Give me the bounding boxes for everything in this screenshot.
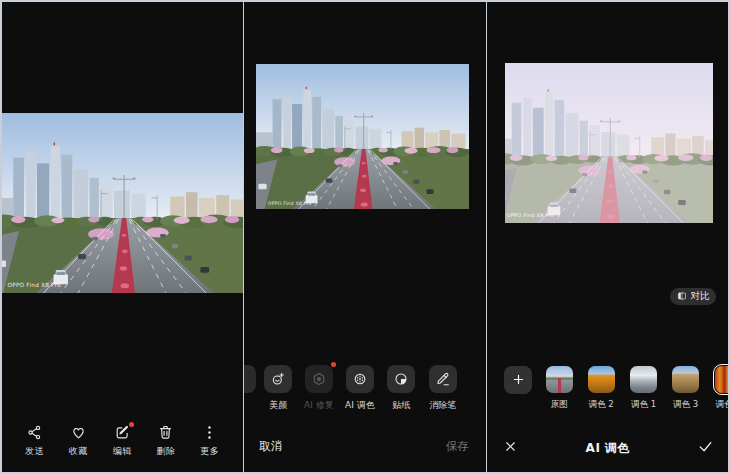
gallery-action-trash[interactable]: 删除	[146, 424, 186, 458]
gallery-action-more-vertical[interactable]: 更多	[190, 424, 230, 458]
preset-thumb-tone1: 调色 1	[630, 366, 657, 393]
preset-thumb-tone4: 调色 4	[715, 366, 729, 393]
ai-color-photo[interactable]: OPPO Find X8 Pro	[505, 63, 713, 223]
svg-text:OPPO Find X8 Pro: OPPO Find X8 Pro	[268, 201, 312, 206]
gallery-action-heart[interactable]: 收藏	[58, 424, 98, 458]
plus-icon	[511, 372, 526, 387]
editor-tools: 美颜AI 修复AI 调色贴纸消除笔	[244, 365, 485, 411]
gallery-action-label: 收藏	[69, 445, 88, 458]
editor-action-bar: 取消 保存	[244, 437, 485, 455]
preset-thumbnails: 原图调色 2调色 1调色 3调色 4	[487, 366, 728, 412]
gallery-action-label: 发送	[25, 445, 44, 458]
preset-thumbnail[interactable]	[630, 366, 657, 393]
preset-label: 原图	[551, 399, 568, 411]
gallery-toolbar: 发送收藏编辑删除更多	[2, 424, 243, 458]
tool-ai-repair: AI 修复	[305, 365, 333, 393]
preset-thumb-tone3: 调色 3	[672, 366, 699, 393]
svg-text:OPPO Find X8 Pro: OPPO Find X8 Pro	[7, 281, 61, 287]
gallery-action-edit[interactable]: 编辑	[102, 424, 142, 458]
tool-beauty: 美颜	[264, 365, 292, 393]
tool-label: AI 调色	[345, 399, 375, 412]
panel-ai-color: OPPO Find X8 Pro 对比 原图调色 2调色 1调色 3调色 4 A…	[487, 2, 728, 472]
tool-button[interactable]	[346, 365, 374, 393]
ai-color-icon	[352, 371, 368, 387]
gallery-photo[interactable]: OPPO Find X8 Pro	[2, 113, 243, 293]
triptych-screenshots: OPPO Find X8 Pro 发送收藏编辑删除更多 OPPO Find X8…	[0, 0, 730, 473]
tool-button[interactable]	[387, 365, 415, 393]
notification-dot	[129, 422, 134, 427]
panel-gallery: OPPO Find X8 Pro 发送收藏编辑删除更多	[2, 2, 243, 472]
heart-icon	[70, 424, 87, 441]
compare-icon	[677, 291, 687, 301]
compare-label: 对比	[690, 290, 709, 303]
trash-icon	[157, 424, 174, 441]
preset-label: 调色 2	[589, 399, 614, 411]
beauty-icon	[270, 371, 286, 387]
gallery-action-label: 删除	[156, 445, 175, 458]
tool-eraser-pen: 消除笔	[429, 365, 457, 393]
panel-title: AI 调色	[487, 440, 728, 457]
editor-photo[interactable]: OPPO Find X8 Pro	[256, 64, 469, 209]
preset-thumbnail[interactable]	[588, 366, 615, 393]
add-preset-button[interactable]	[504, 366, 532, 394]
tool-ai-color: AI 调色	[346, 365, 374, 393]
tool-label: 美颜	[269, 399, 287, 412]
save-button[interactable]: 保存	[446, 439, 469, 454]
preset-thumbnail[interactable]	[546, 366, 573, 393]
eraser-pen-icon	[435, 371, 451, 387]
ai-color-action-bar: AI 调色	[487, 436, 728, 458]
preset-thumbnail[interactable]	[672, 366, 699, 393]
tool-sticker: 贴纸	[387, 365, 415, 393]
preset-thumbnail[interactable]	[715, 366, 729, 393]
tool-label: 消除笔	[429, 399, 456, 412]
tool-label: AI 修复	[304, 399, 334, 412]
ai-repair-icon	[311, 371, 327, 387]
gallery-action-label: 编辑	[113, 445, 132, 458]
notification-dot	[331, 362, 336, 367]
cancel-button[interactable]: 取消	[259, 439, 282, 454]
preset-label: 调色 3	[673, 399, 698, 411]
tool-label: 贴纸	[392, 399, 410, 412]
preset-thumb-original: 原图	[546, 366, 573, 393]
compare-button[interactable]: 对比	[670, 288, 716, 305]
panel-editor: OPPO Find X8 Pro 美颜AI 修复AI 调色贴纸消除笔 取消 保存	[244, 2, 485, 472]
more-vertical-icon	[201, 424, 218, 441]
share-icon	[26, 424, 43, 441]
check-icon[interactable]	[697, 438, 714, 455]
tool-button[interactable]	[429, 365, 457, 393]
tool-button-partial[interactable]	[244, 365, 256, 393]
sticker-icon	[393, 371, 409, 387]
edit-icon	[114, 424, 131, 441]
gallery-action-label: 更多	[200, 445, 219, 458]
preset-label: 调色 4	[716, 399, 729, 411]
preset-label: 调色 1	[631, 399, 656, 411]
tool-button[interactable]	[264, 365, 292, 393]
svg-text:OPPO Find X8 Pro: OPPO Find X8 Pro	[507, 212, 554, 218]
tool-button	[305, 365, 333, 393]
gallery-action-share[interactable]: 发送	[15, 424, 55, 458]
preset-thumb-tone2: 调色 2	[588, 366, 615, 393]
